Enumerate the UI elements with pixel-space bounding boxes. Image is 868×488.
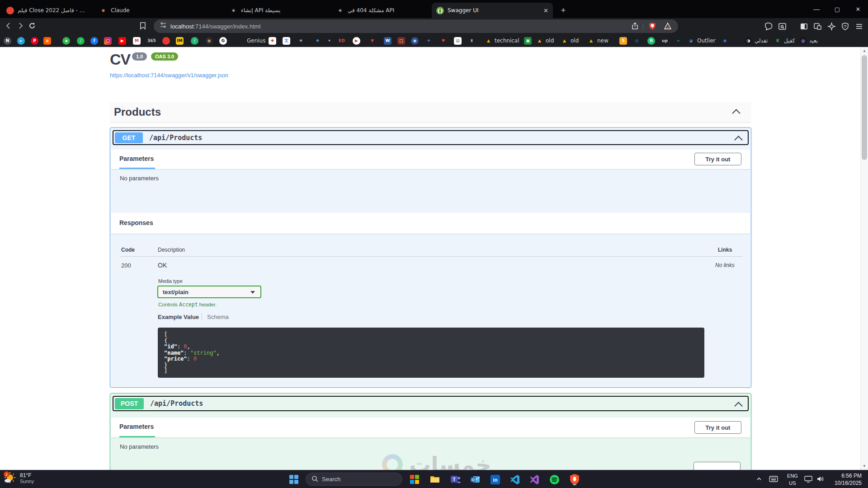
bookmark-item[interactable]: ▢ <box>104 37 112 45</box>
touch-keyboard-icon[interactable] <box>769 475 778 484</box>
bookmark-item[interactable]: ▸ <box>17 37 25 45</box>
bookmark-item[interactable]: ▲ technical <box>485 37 519 45</box>
menu-icon[interactable] <box>855 22 863 33</box>
bookmark-item[interactable]: a <box>62 37 70 45</box>
split-view-icon[interactable] <box>813 22 822 33</box>
forward-icon[interactable] <box>16 22 24 32</box>
windows-start-button[interactable] <box>288 473 300 486</box>
bookmark-item[interactable]: / <box>191 37 198 45</box>
tab-movie[interactable]: فيلم Close 2022 مترجم اون لاين - فاصل ✕ <box>2 3 93 18</box>
bookmark-item[interactable]: ▶ <box>118 37 126 45</box>
tab-close-icon[interactable]: ✕ <box>543 7 548 14</box>
bookmark-item[interactable]: ✈ <box>425 37 433 45</box>
bookmark-item[interactable]: ♜ <box>468 37 476 45</box>
bookmark-item[interactable]: ▲ new <box>587 37 609 45</box>
bookmark-item[interactable]: ≡ <box>43 37 51 45</box>
bookmark-item[interactable]: P <box>31 37 38 45</box>
scroll-up-icon[interactable]: ▲ <box>863 49 866 53</box>
collapse-operation-icon[interactable] <box>734 136 742 144</box>
weather-widget[interactable]: 2 81°FSunny <box>3 471 34 485</box>
collapse-operation-icon[interactable] <box>734 402 742 410</box>
bookmark-flag-icon[interactable] <box>139 22 146 32</box>
bookmark-item[interactable]: f <box>90 37 98 45</box>
example-code-block[interactable]: [ { "id": 0, "name": "string", "price": … <box>158 328 704 378</box>
bookmark-item[interactable]: @ بعيد <box>799 37 818 45</box>
post-summary-row[interactable]: POST /api/Products <box>113 396 749 411</box>
language-indicator[interactable]: ENGUS <box>786 472 799 487</box>
bookmark-item[interactable]: ▶ <box>353 37 360 45</box>
bookmark-item[interactable]: ✦ <box>326 37 333 45</box>
bookmark-item[interactable]: 365 <box>147 37 156 45</box>
brave-rewards-icon[interactable] <box>664 22 672 32</box>
share-icon[interactable] <box>631 22 639 32</box>
bookmark-item[interactable]: ◉ <box>411 37 419 45</box>
bookmark-item[interactable]: ▼ <box>368 37 376 45</box>
outlook-icon[interactable]: O <box>469 473 481 486</box>
bookmark-item[interactable]: M <box>133 37 141 45</box>
display-icon[interactable] <box>804 476 812 484</box>
leo-chat-icon[interactable] <box>764 22 773 33</box>
wallet-icon[interactable] <box>778 22 787 33</box>
taskbar-search[interactable]: Search <box>306 473 402 486</box>
bookmark-item[interactable]: ◉ <box>721 37 729 45</box>
get-summary-row[interactable]: GET /api/Products <box>113 130 749 145</box>
site-settings-icon[interactable] <box>160 22 167 31</box>
tab-swagger[interactable]: {} Swagger UI ✕ <box>432 3 553 18</box>
bookmark-item[interactable]: ▤ <box>454 37 462 45</box>
tab-claude[interactable]: ✹ Claude ✕ <box>95 3 224 18</box>
scroll-down-icon[interactable]: ▼ <box>863 464 866 468</box>
bookmark-item[interactable]: ▣ <box>524 37 532 45</box>
bookmark-item[interactable]: ◕ Outlier <box>687 37 716 45</box>
media-type-select[interactable]: text/plain <box>157 286 261 298</box>
bookmark-item[interactable]: □ <box>397 37 405 45</box>
bookmark-item[interactable]: K كفيل <box>774 37 795 45</box>
bookmark-item[interactable]: G <box>219 37 227 45</box>
brave-icon[interactable] <box>568 473 581 486</box>
bookmark-item[interactable]: ❖ <box>314 37 321 45</box>
tab-404-api[interactable]: ✳ مشكلة 404 في API ✕ <box>332 3 431 18</box>
vscode-icon[interactable] <box>509 473 521 486</box>
bookmark-item[interactable]: ◎ <box>633 37 641 45</box>
teams-icon[interactable]: T <box>449 473 462 486</box>
bookmark-item[interactable]: up <box>662 37 668 45</box>
bookmark-item[interactable]: W <box>384 37 392 45</box>
window-minimize-button[interactable]: — <box>809 4 824 14</box>
vpn-shield-icon[interactable] <box>841 22 849 33</box>
back-icon[interactable] <box>5 22 13 32</box>
try-it-out-button[interactable]: Try it out <box>694 153 741 165</box>
url-text[interactable]: localhost:7144/swagger/index.html <box>170 23 260 30</box>
bookmark-item[interactable]: ✳ <box>297 37 305 45</box>
microsoft-365-icon[interactable] <box>408 473 421 486</box>
address-bar[interactable]: localhost:7144/swagger/index.html <box>154 19 678 33</box>
products-section-header[interactable]: Products <box>110 102 751 123</box>
bookmark-item[interactable]: fi <box>647 37 655 45</box>
new-tab-button[interactable]: + <box>557 5 569 16</box>
spec-url-link[interactable]: https://localhost:7144/swagger/v1/swagge… <box>110 72 228 79</box>
scrollbar-thumb[interactable] <box>862 55 867 160</box>
example-value-tab[interactable]: Example Value <box>158 314 199 320</box>
bookmark-item[interactable]: N <box>4 37 11 45</box>
bookmark-item[interactable]: ◑ تفدلي <box>745 37 768 45</box>
schema-tab[interactable]: Schema <box>207 314 229 320</box>
bookmark-item[interactable]: ♥ <box>439 37 447 45</box>
linkedin-icon[interactable]: in <box>489 473 501 486</box>
window-maximize-button[interactable]: ▢ <box>830 4 845 14</box>
reload-icon[interactable] <box>28 22 36 32</box>
partially-visible-button[interactable] <box>693 462 741 470</box>
spotify-icon[interactable] <box>548 473 561 486</box>
bookmark-item[interactable]: ✚ <box>269 37 276 45</box>
clock-widget[interactable]: 6:56 PM 10/16/2025 <box>835 472 862 487</box>
bookmark-item[interactable]: ▲ old <box>561 37 579 45</box>
tab-create-api[interactable]: ✳ إنشاء API بسيطة ✕ <box>225 3 331 18</box>
sidebar-icon[interactable] <box>800 22 808 33</box>
leo-ai-sparkle-icon[interactable] <box>827 22 836 33</box>
speaker-icon[interactable] <box>816 475 825 484</box>
bookmark-item[interactable]: ◉ <box>205 37 213 45</box>
bookmark-item[interactable]: IM <box>176 37 184 45</box>
bookmark-item[interactable]: Genius <box>237 37 265 45</box>
tray-chevron-up-icon[interactable] <box>756 476 762 484</box>
bookmark-item[interactable] <box>162 37 170 45</box>
bookmark-item[interactable]: 5 <box>619 37 627 45</box>
collapse-section-icon[interactable] <box>732 109 740 117</box>
page-scrollbar[interactable]: ▲ ▼ <box>860 47 868 470</box>
